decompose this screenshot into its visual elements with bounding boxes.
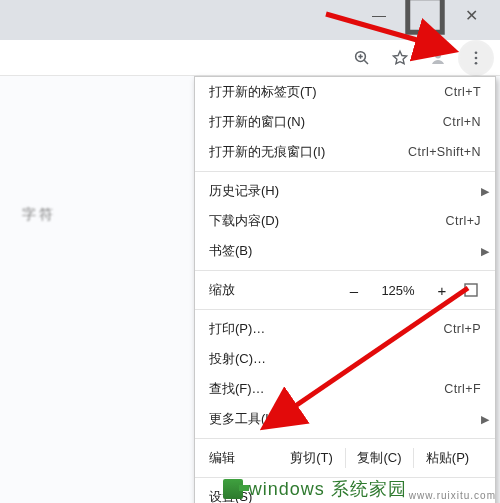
menu-zoom: 缩放 – 125% + (195, 275, 495, 305)
profile-icon (429, 49, 447, 67)
submenu-arrow-icon: ▶ (481, 245, 489, 258)
menu-item-accel: Ctrl+Shift+N (408, 145, 481, 159)
menu-item-label: 历史记录(H) (209, 182, 481, 200)
magnifier-plus-icon (353, 49, 371, 67)
menu-item-accel: Ctrl+P (444, 322, 481, 336)
menu-item-label: 打开新的标签页(T) (209, 83, 436, 101)
window-titlebar: — ✕ (0, 0, 500, 30)
menu-item-label: 缩放 (209, 281, 341, 299)
minimize-icon: — (372, 7, 386, 23)
edit-cut-button[interactable]: 剪切(T) (278, 449, 345, 467)
kebab-menu-button[interactable] (460, 42, 492, 74)
menu-find[interactable]: 查找(F)… Ctrl+F (195, 374, 495, 404)
menu-edit-row: 编辑 剪切(T) 复制(C) 粘贴(P) (195, 443, 495, 473)
menu-item-label: 设置(S) (209, 488, 481, 503)
menu-incognito[interactable]: 打开新的无痕窗口(I) Ctrl+Shift+N (195, 137, 495, 167)
zoom-out-button[interactable]: – (341, 282, 367, 299)
menu-item-accel: Ctrl+J (446, 214, 481, 228)
fullscreen-icon (464, 283, 478, 297)
zoom-in-button[interactable]: + (429, 282, 455, 299)
menu-item-label: 书签(B) (209, 242, 481, 260)
bookmark-star-button[interactable] (384, 42, 416, 74)
menu-item-label: 更多工具(L) (209, 410, 481, 428)
page-zoom-button[interactable] (346, 42, 378, 74)
menu-item-label: 打印(P)… (209, 320, 436, 338)
window-minimize-button[interactable]: — (356, 0, 402, 30)
menu-settings[interactable]: 设置(S) (195, 482, 495, 503)
menu-separator (195, 438, 495, 439)
window-close-button[interactable]: ✕ (448, 0, 494, 30)
svg-rect-0 (408, 0, 443, 32)
menu-separator (195, 171, 495, 172)
svg-point-5 (435, 52, 441, 58)
edit-paste-button[interactable]: 粘贴(P) (414, 449, 481, 467)
menu-item-accel: Ctrl+N (443, 115, 481, 129)
submenu-arrow-icon: ▶ (481, 413, 489, 426)
menu-item-label: 打开新的窗口(N) (209, 113, 435, 131)
menu-separator (195, 477, 495, 478)
svg-point-8 (475, 61, 478, 64)
menu-item-label: 打开新的无痕窗口(I) (209, 143, 400, 161)
menu-separator (195, 270, 495, 271)
menu-more-tools[interactable]: 更多工具(L) ▶ (195, 404, 495, 434)
edit-copy-button[interactable]: 复制(C) (346, 449, 413, 467)
menu-new-tab[interactable]: 打开新的标签页(T) Ctrl+T (195, 77, 495, 107)
star-icon (391, 49, 409, 67)
menu-item-label: 投射(C)… (209, 350, 481, 368)
svg-line-2 (364, 60, 368, 64)
browser-toolbar (0, 40, 500, 76)
background-text: 字符 (22, 206, 56, 222)
close-icon: ✕ (465, 6, 478, 25)
menu-history[interactable]: 历史记录(H) ▶ (195, 176, 495, 206)
profile-button[interactable] (422, 42, 454, 74)
menu-item-label: 查找(F)… (209, 380, 436, 398)
menu-item-label: 下载内容(D) (209, 212, 438, 230)
svg-rect-9 (465, 284, 477, 296)
menu-downloads[interactable]: 下载内容(D) Ctrl+J (195, 206, 495, 236)
menu-cast[interactable]: 投射(C)… (195, 344, 495, 374)
submenu-arrow-icon: ▶ (481, 185, 489, 198)
menu-item-accel: Ctrl+F (444, 382, 481, 396)
background-panel: 字符 (0, 76, 190, 456)
menu-print[interactable]: 打印(P)… Ctrl+P (195, 314, 495, 344)
window-maximize-button[interactable] (402, 0, 448, 30)
fullscreen-button[interactable] (461, 283, 481, 297)
menu-item-accel: Ctrl+T (444, 85, 481, 99)
main-menu: 打开新的标签页(T) Ctrl+T 打开新的窗口(N) Ctrl+N 打开新的无… (194, 76, 496, 503)
maximize-icon (402, 0, 448, 38)
menu-item-label: 编辑 (209, 449, 268, 467)
menu-new-window[interactable]: 打开新的窗口(N) Ctrl+N (195, 107, 495, 137)
svg-point-7 (475, 56, 478, 59)
zoom-value: 125% (373, 283, 423, 298)
menu-separator (195, 309, 495, 310)
kebab-icon (467, 49, 485, 67)
svg-point-6 (475, 51, 478, 54)
menu-bookmarks[interactable]: 书签(B) ▶ (195, 236, 495, 266)
